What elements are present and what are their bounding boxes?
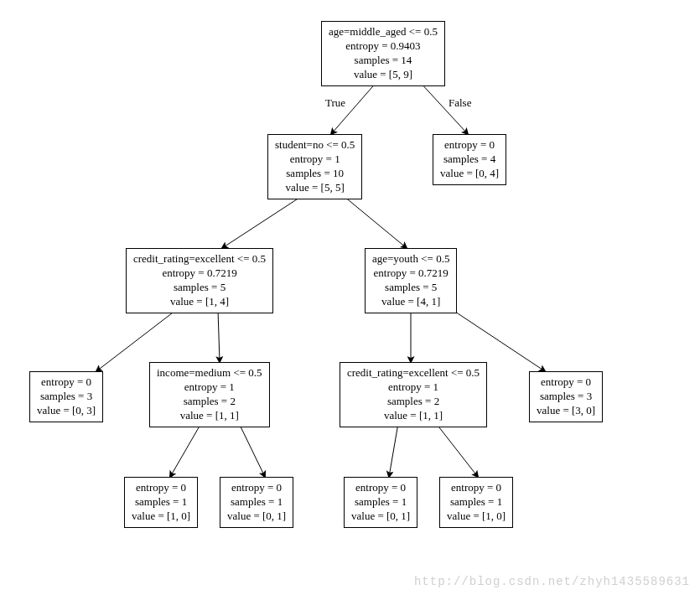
tree-node: credit_rating=excellent <= 0.5 entropy =…	[340, 362, 487, 427]
svg-line-8	[170, 423, 201, 477]
node-entropy: entropy = 0	[132, 481, 190, 495]
node-condition: income=medium <= 0.5	[157, 366, 262, 380]
node-value: value = [5, 5]	[275, 181, 355, 195]
node-value: value = [1, 0]	[447, 510, 506, 524]
tree-leaf: entropy = 0 samples = 1 value = [1, 0]	[439, 477, 513, 528]
svg-line-5	[218, 310, 220, 362]
tree-leaf: entropy = 0 samples = 1 value = [1, 0]	[124, 477, 198, 528]
node-samples: samples = 5	[133, 281, 266, 295]
node-value: value = [4, 1]	[372, 295, 449, 309]
node-entropy: entropy = 0	[351, 481, 410, 495]
node-value: value = [1, 1]	[157, 409, 262, 423]
node-value: value = [5, 9]	[329, 68, 438, 82]
node-entropy: entropy = 0.7219	[372, 266, 449, 281]
tree-leaf: entropy = 0 samples = 3 value = [3, 0]	[529, 371, 603, 422]
node-condition: credit_rating=excellent <= 0.5	[347, 366, 480, 380]
node-entropy: entropy = 0.7219	[133, 266, 266, 281]
node-value: value = [0, 4]	[440, 167, 499, 181]
svg-line-11	[436, 423, 478, 477]
edge-label-false: False	[449, 96, 471, 110]
node-samples: samples = 1	[227, 495, 286, 510]
node-condition: credit_rating=excellent <= 0.5	[133, 252, 266, 266]
node-entropy: entropy = 0	[537, 375, 595, 390]
node-entropy: entropy = 1	[275, 153, 355, 167]
node-samples: samples = 5	[372, 281, 449, 295]
svg-line-3	[344, 196, 407, 248]
node-entropy: entropy = 0	[227, 481, 286, 495]
node-entropy: entropy = 0	[447, 481, 506, 495]
svg-line-2	[222, 196, 302, 248]
node-value: value = [1, 1]	[347, 409, 480, 423]
node-condition: student=no <= 0.5	[275, 138, 355, 153]
tree-leaf: entropy = 0 samples = 3 value = [0, 3]	[29, 371, 103, 422]
tree-node: credit_rating=excellent <= 0.5 entropy =…	[126, 248, 273, 313]
node-value: value = [1, 4]	[133, 295, 266, 309]
tree-leaf: entropy = 0 samples = 4 value = [0, 4]	[433, 134, 506, 185]
node-entropy: entropy = 1	[157, 380, 262, 395]
node-samples: samples = 1	[132, 495, 190, 510]
tree-node: student=no <= 0.5 entropy = 1 samples = …	[267, 134, 362, 199]
node-samples: samples = 1	[447, 495, 506, 510]
node-entropy: entropy = 0.9403	[329, 39, 438, 54]
node-samples: samples = 4	[440, 153, 499, 167]
node-value: value = [0, 1]	[227, 510, 286, 524]
node-value: value = [3, 0]	[537, 404, 595, 418]
edge-label-true: True	[325, 96, 345, 110]
tree-node-root: age=middle_aged <= 0.5 entropy = 0.9403 …	[321, 21, 445, 86]
node-entropy: entropy = 0	[37, 375, 96, 390]
node-samples: samples = 10	[275, 167, 355, 181]
node-samples: samples = 2	[347, 395, 480, 409]
svg-line-10	[389, 423, 398, 477]
node-samples: samples = 3	[537, 390, 595, 404]
node-condition: age=youth <= 0.5	[372, 252, 449, 266]
svg-line-9	[239, 423, 265, 477]
watermark-text: http://blog.csdn.net/zhyh1435589631	[414, 575, 690, 588]
node-samples: samples = 1	[351, 495, 410, 510]
node-value: value = [1, 0]	[132, 510, 190, 524]
node-entropy: entropy = 1	[347, 380, 480, 395]
node-samples: samples = 14	[329, 54, 438, 68]
node-samples: samples = 3	[37, 390, 96, 404]
node-entropy: entropy = 0	[440, 138, 499, 153]
tree-node: age=youth <= 0.5 entropy = 0.7219 sample…	[365, 248, 457, 313]
tree-node: income=medium <= 0.5 entropy = 1 samples…	[149, 362, 270, 427]
node-value: value = [0, 3]	[37, 404, 96, 418]
tree-leaf: entropy = 0 samples = 1 value = [0, 1]	[220, 477, 293, 528]
tree-leaf: entropy = 0 samples = 1 value = [0, 1]	[344, 477, 417, 528]
node-condition: age=middle_aged <= 0.5	[329, 25, 438, 39]
node-value: value = [0, 1]	[351, 510, 410, 524]
node-samples: samples = 2	[157, 395, 262, 409]
